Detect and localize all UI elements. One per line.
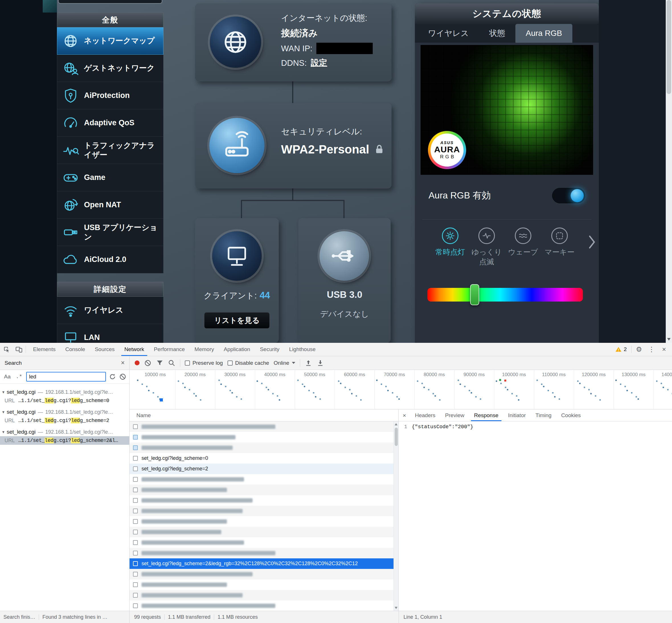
sidebar-item-usb-application[interactable]: USB アプリケーション — [57, 219, 164, 246]
sidebar-item-game[interactable]: Game — [57, 164, 164, 191]
devtools-tab-application[interactable]: Application — [219, 343, 255, 356]
effect-marquee[interactable]: マーキー — [541, 228, 578, 267]
device-toolbar-icon[interactable] — [12, 343, 25, 356]
view-list-button[interactable]: リストを見る — [204, 312, 270, 329]
sidebar-item-adaptive-qos[interactable]: Adaptive QoS — [57, 109, 164, 137]
aura-rgb-toggle[interactable] — [552, 188, 585, 203]
clear-requests-icon[interactable] — [144, 359, 151, 367]
more-options-icon[interactable]: ⋮ — [646, 344, 657, 355]
preserve-log-checkbox[interactable]: Preserve log — [185, 360, 223, 366]
sidebar-item-aicloud[interactable]: AiCloud 2.0 — [57, 246, 164, 273]
status-tab-status[interactable]: 状態 — [479, 24, 516, 43]
throttling-dropdown[interactable]: Online — [274, 360, 295, 366]
sidebar-item-lan[interactable]: LAN — [57, 324, 164, 343]
refresh-search-icon[interactable] — [109, 373, 116, 380]
wifi-icon — [62, 302, 79, 319]
devtools-tab-console[interactable]: Console — [60, 343, 90, 356]
clients-monitor-icon[interactable] — [212, 231, 262, 281]
request-row[interactable] — [129, 548, 398, 558]
effect-wave[interactable]: ウェーブ — [505, 228, 541, 267]
close-devtools-icon[interactable]: × — [658, 344, 670, 355]
devtools-tab-security[interactable]: Security — [255, 343, 285, 356]
request-row[interactable] — [129, 432, 398, 443]
match-case-toggle[interactable]: Aa — [3, 373, 12, 380]
scroll-down-arrow-icon[interactable] — [667, 338, 671, 340]
internet-globe-icon[interactable] — [210, 17, 261, 68]
export-har-icon[interactable] — [317, 359, 324, 367]
details-tab-headers[interactable]: Headers — [410, 410, 440, 421]
scrollbar-thumb[interactable] — [395, 428, 398, 446]
request-row[interactable] — [129, 474, 398, 485]
name-column-header[interactable]: Name — [129, 410, 398, 421]
request-row[interactable]: set_ledg.cgi?ledg_scheme=0 — [129, 453, 398, 464]
color-slider-handle[interactable] — [470, 284, 479, 305]
request-row[interactable] — [129, 569, 398, 580]
search-result-line[interactable]: URL…1.1/set_ledg.cgi?ledg_scheme=0 — [0, 396, 129, 405]
aura-color-slider[interactable] — [428, 288, 583, 301]
import-har-icon[interactable] — [305, 359, 312, 367]
clear-search-icon[interactable] — [119, 373, 126, 380]
inspect-element-icon[interactable] — [0, 343, 12, 356]
request-row[interactable] — [129, 506, 398, 516]
request-row[interactable] — [129, 495, 398, 506]
devtools-tab-network[interactable]: Network — [120, 343, 149, 356]
ddns-setup-link[interactable]: 設定 — [311, 57, 327, 69]
sidebar-item-wireless[interactable]: ワイヤレス — [57, 297, 164, 324]
issues-warning-badge[interactable]: 2 — [613, 346, 630, 353]
search-result-line[interactable]: URL…1.1/set_ledg.cgi?ledg_scheme=2 — [0, 416, 129, 425]
search-result-file[interactable]: ▾set_ledg.cgi—192.168.1.1/set_ledg.cgi?l… — [0, 388, 129, 396]
scrollbar-thumb[interactable] — [667, 0, 671, 94]
effect-static[interactable]: 常時点灯 — [432, 228, 468, 267]
search-icon[interactable] — [168, 359, 175, 367]
request-row[interactable] — [129, 516, 398, 527]
effects-next-chevron-icon[interactable] — [588, 235, 596, 249]
request-row[interactable] — [129, 527, 398, 537]
request-row[interactable]: set_ledg.cgi?ledg_scheme=2 — [129, 464, 398, 474]
details-tab-preview[interactable]: Preview — [440, 410, 469, 421]
result-separator: — — [38, 409, 43, 415]
disable-cache-checkbox[interactable]: Disable cache — [228, 360, 269, 366]
scroll-up-arrow-icon[interactable] — [395, 423, 398, 425]
usb-icon[interactable] — [320, 231, 369, 281]
search-result-file[interactable]: ▾set_ledg.cgi—192.168.1.1/set_ledg.cgi?l… — [0, 428, 129, 436]
status-tab-wireless[interactable]: ワイヤレス — [418, 24, 479, 43]
regex-toggle[interactable]: .* — [14, 373, 23, 380]
request-row[interactable] — [129, 485, 398, 495]
effect-breathing[interactable]: ゆっくり点滅 — [468, 228, 505, 267]
requests-scrollbar[interactable] — [393, 421, 398, 611]
close-details-icon[interactable]: × — [399, 412, 410, 419]
request-row[interactable] — [129, 580, 398, 590]
search-result-line[interactable]: URL…1.1/set_ledg.cgi?ledg_scheme=2&l… — [0, 436, 129, 445]
details-tab-response[interactable]: Response — [469, 410, 503, 421]
request-row[interactable] — [129, 443, 398, 453]
request-row[interactable] — [129, 600, 398, 611]
devtools-tab-elements[interactable]: Elements — [28, 343, 60, 356]
request-row[interactable] — [129, 590, 398, 600]
search-input[interactable] — [26, 372, 106, 382]
details-tab-cookies[interactable]: Cookies — [556, 410, 586, 421]
request-row[interactable]: set_ledg.cgi?ledg_scheme=2&ledg_rgb=32%2… — [129, 558, 398, 569]
request-row[interactable] — [129, 421, 398, 432]
status-tab-aura-rgb[interactable]: Aura RGB — [516, 24, 572, 43]
request-row[interactable] — [129, 537, 398, 548]
sidebar-item-aiprotection[interactable]: AiProtection — [57, 82, 164, 109]
router-icon[interactable] — [209, 118, 265, 173]
sidebar-item-network-map[interactable]: ネットワークマップ — [57, 27, 164, 55]
search-result-file[interactable]: ▾set_ledg.cgi—192.168.1.1/set_ledg.cgi?l… — [0, 408, 129, 416]
details-tab-timing[interactable]: Timing — [531, 410, 556, 421]
record-button[interactable] — [135, 360, 140, 365]
sidebar-item-guest-network[interactable]: ゲストネットワーク — [57, 55, 164, 82]
devtools-tab-memory[interactable]: Memory — [189, 343, 219, 356]
network-timeline[interactable]: 10000 ms20000 ms30000 ms40000 ms50000 ms… — [129, 370, 672, 410]
devtools-tab-lighthouse[interactable]: Lighthouse — [284, 343, 320, 356]
search-close-icon[interactable]: × — [121, 359, 125, 367]
devtools-tab-sources[interactable]: Sources — [90, 343, 120, 356]
settings-gear-icon[interactable]: ⚙ — [633, 344, 645, 355]
sidebar-item-open-nat[interactable]: Open NAT — [57, 191, 164, 219]
devtools-tab-performance[interactable]: Performance — [149, 343, 189, 356]
page-scrollbar[interactable] — [666, 0, 672, 343]
filter-icon[interactable] — [156, 359, 164, 367]
scroll-down-arrow-icon[interactable] — [395, 607, 398, 609]
details-tab-initiator[interactable]: Initiator — [503, 410, 530, 421]
sidebar-item-traffic-analyzer[interactable]: トラフィックアナライザー — [57, 137, 164, 164]
